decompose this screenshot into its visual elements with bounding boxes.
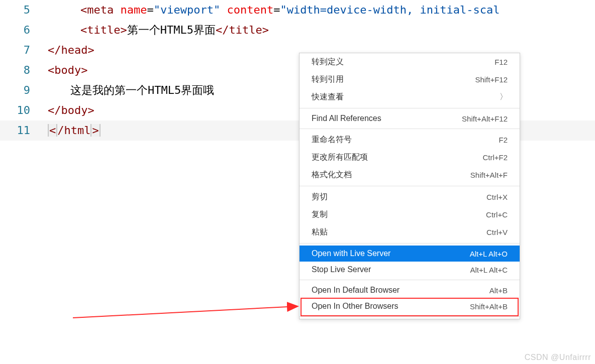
menu-item-shortcut: Alt+L Alt+C	[470, 266, 508, 274]
line-number: 5	[0, 0, 48, 20]
menu-item-shortcut: Ctrl+V	[486, 228, 508, 236]
line-number: 9	[0, 80, 48, 100]
menu-item-label: 更改所有匹配项	[312, 152, 368, 163]
menu-separator	[300, 316, 520, 317]
line-number: 11	[0, 120, 48, 141]
menu-item-paste[interactable]: 粘贴 Ctrl+V	[300, 223, 520, 241]
svg-line-1	[73, 306, 298, 318]
menu-item-change-all-occurrences[interactable]: 更改所有匹配项 Ctrl+F2	[300, 149, 520, 166]
line-number: 7	[0, 40, 48, 60]
chevron-right-icon: 〉	[500, 92, 508, 102]
context-menu[interactable]: 转到定义 F12 转到引用 Shift+F12 快速查看 〉 Find All …	[299, 53, 520, 319]
menu-item-label: Find All References	[312, 114, 381, 123]
menu-item-copy[interactable]: 复制 Ctrl+C	[300, 206, 520, 223]
line-number: 6	[0, 20, 48, 40]
watermark: CSDN @Unfairrrr	[525, 353, 591, 362]
menu-item-shortcut: Ctrl+F2	[482, 153, 508, 162]
menu-separator	[300, 243, 520, 244]
menu-item-open-in-default-browser[interactable]: Open In Default Browser Alt+B	[300, 282, 520, 298]
menu-item-label: Open with Live Server	[312, 249, 390, 258]
menu-item-shortcut: Shift+F12	[475, 75, 508, 84]
menu-item-goto-references[interactable]: 转到引用 Shift+F12	[300, 71, 520, 88]
menu-item-open-in-other-browsers[interactable]: Open In Other Browsers Shift+Alt+B	[300, 298, 520, 314]
menu-item-shortcut: Ctrl+C	[486, 210, 508, 219]
menu-item-shortcut: Ctrl+X	[486, 193, 508, 201]
menu-item-shortcut: Alt+B	[489, 286, 508, 295]
menu-item-shortcut: Shift+Alt+F	[470, 171, 508, 179]
menu-item-label: Open In Default Browser	[312, 286, 400, 295]
menu-item-label: Stop Live Server	[312, 265, 371, 274]
menu-item-open-with-live-server[interactable]: Open with Live Server Alt+L Alt+O	[300, 246, 520, 262]
menu-item-shortcut: F2	[499, 136, 508, 144]
menu-item-label: 格式化文档	[312, 170, 352, 180]
code-line: <title>第一个HTML5界面</title>	[48, 20, 595, 40]
annotation-arrow	[73, 233, 304, 319]
menu-item-label: 快速查看	[312, 92, 344, 102]
menu-item-label: 剪切	[312, 192, 328, 202]
line-number-gutter: 5 6 7 8 9 10 11	[0, 0, 48, 141]
menu-item-label: 粘贴	[312, 227, 328, 237]
menu-separator	[300, 129, 520, 129]
menu-item-label: Open In Other Browsers	[312, 302, 399, 311]
menu-separator	[300, 186, 520, 186]
line-number: 8	[0, 60, 48, 80]
menu-item-find-all-references[interactable]: Find All References Shift+Alt+F12	[300, 110, 520, 127]
line-number: 10	[0, 100, 48, 120]
code-line: <meta name="viewport" content="width=dev…	[48, 0, 595, 20]
menu-item-format-document[interactable]: 格式化文档 Shift+Alt+F	[300, 166, 520, 184]
menu-item-label: 转到定义	[312, 57, 344, 67]
menu-item-shortcut: Alt+L Alt+O	[470, 250, 508, 258]
menu-separator	[300, 280, 520, 280]
menu-item-shortcut: F12	[494, 58, 508, 66]
menu-item-stop-live-server[interactable]: Stop Live Server Alt+L Alt+C	[300, 262, 520, 278]
menu-item-label: 转到引用	[312, 74, 344, 85]
menu-item-rename-symbol[interactable]: 重命名符号 F2	[300, 131, 520, 149]
menu-item-shortcut: Shift+Alt+B	[470, 302, 508, 311]
menu-item-label: 重命名符号	[312, 135, 352, 145]
menu-separator	[300, 108, 520, 108]
menu-item-label: 复制	[312, 209, 328, 220]
menu-item-cut[interactable]: 剪切 Ctrl+X	[300, 188, 520, 206]
menu-item-shortcut: Shift+Alt+F12	[462, 114, 508, 123]
menu-item-peek[interactable]: 快速查看 〉	[300, 88, 520, 106]
menu-item-goto-definition[interactable]: 转到定义 F12	[300, 53, 520, 71]
